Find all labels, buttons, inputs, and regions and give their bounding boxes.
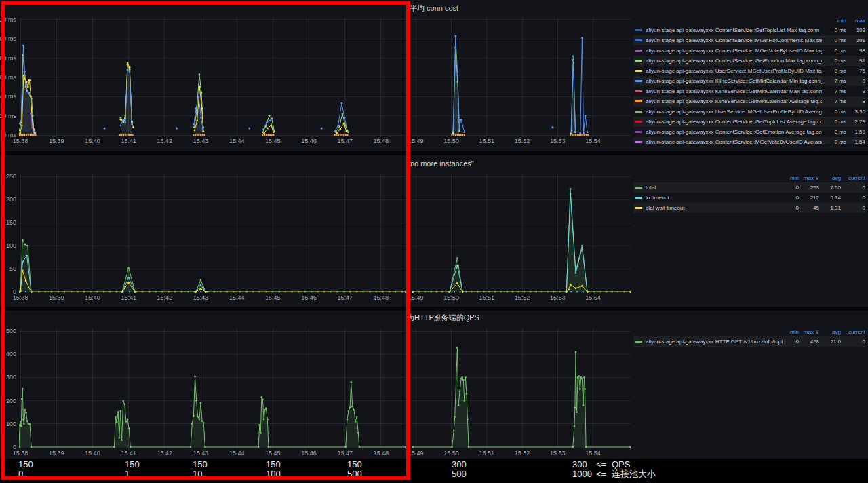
legend-sort-header[interactable]: max ∨ xyxy=(799,329,819,335)
series-color-swatch-icon xyxy=(635,121,642,123)
no-more-instances-legend: minmax ∨avgcurrenttotal02237.050io timeo… xyxy=(633,174,865,217)
x-axis-tick-label: 15:44 xyxy=(229,450,245,457)
series-label[interactable]: aliyun-stage api-gatewayxxx KlineService… xyxy=(646,78,822,84)
series-label[interactable]: aliyun-stage api-gatewayxxx KlineService… xyxy=(646,98,822,104)
legend-row[interactable]: dial wait timeout0451.310 xyxy=(633,203,865,213)
no-more-instances-chart-left[interactable] xyxy=(19,174,406,294)
series-label[interactable]: aliyun-stage api-gatewayxxx ContentServi… xyxy=(646,47,822,54)
series-color-swatch-icon xyxy=(635,50,642,52)
footer-annotation: 150 100 xyxy=(266,460,281,479)
series-stat-value: 1.54 xyxy=(846,139,865,144)
series-label[interactable]: aliyun-stage api-gatewayxxx ContentServi… xyxy=(646,58,822,64)
series-stat-value: 0 xyxy=(841,185,865,191)
x-axis-tick-label: 15:50 xyxy=(443,294,459,301)
legend-row[interactable]: aliyun-stage api-gatewayxxx ContentServi… xyxy=(633,127,865,137)
legend-row[interactable]: total02237.050 xyxy=(633,182,865,193)
footer-annotation: 150 0 xyxy=(18,460,33,479)
y-axis-tick-label: 50 xyxy=(9,265,16,272)
legend-sort-header[interactable]: min xyxy=(822,18,846,24)
legend-sort-header[interactable]: max ∨ xyxy=(799,175,819,181)
legend-row[interactable]: aliyun-stage api-gatewayxxx ContentServi… xyxy=(633,137,865,144)
x-axis-tick-label: 15:38 xyxy=(13,294,28,301)
footer-annotation: <= <= xyxy=(596,460,606,479)
y-axis-tick-label: 0 ms xyxy=(3,132,16,138)
http-qps-chart-left[interactable] xyxy=(19,328,406,448)
series-label[interactable]: total xyxy=(646,185,783,191)
y-axis-tick-label: 100 xyxy=(6,421,16,427)
series-color-swatch-icon xyxy=(635,197,642,199)
series-label[interactable]: aliyun-stage api-gatewayxxx ContentServi… xyxy=(646,119,822,125)
legend-row[interactable]: aliyun-stage api-gatewayxxx ContentServi… xyxy=(633,25,865,35)
series-label[interactable]: io timeout xyxy=(646,195,783,201)
legend-sort-header[interactable]: min xyxy=(783,175,799,181)
series-stat-value: 0 ms xyxy=(822,58,846,64)
footer-annotation: 150 1 xyxy=(125,460,140,479)
y-axis-tick-label: 0 xyxy=(13,444,16,450)
legend-row[interactable]: aliyun-stage api-gatewayxxx ContentServi… xyxy=(633,117,865,127)
y-axis-tick-label: 150 xyxy=(6,219,16,226)
legend-sort-header[interactable]: current xyxy=(841,329,865,335)
panel-title-http-qps[interactable]: 为HTTP服务端的QPS xyxy=(407,313,479,323)
series-color-swatch-icon xyxy=(635,187,642,189)
series-label[interactable]: aliyun-stage api-gatewayxxx HTTP GET /v1… xyxy=(646,339,783,345)
series-label[interactable]: aliyun-stage api-gatewayxxx ContentServi… xyxy=(646,129,822,135)
x-axis-tick-label: 15:39 xyxy=(49,294,64,301)
x-axis-tick-label: 15:40 xyxy=(85,450,100,457)
x-axis-tick-label: 15:45 xyxy=(265,138,281,144)
x-axis-tick-label: 15:49 xyxy=(408,138,424,144)
footer-annotation: 300 1000 xyxy=(572,460,592,479)
series-label[interactable]: aliyun-stage api-gatewayxxx KlineService… xyxy=(646,88,822,94)
legend-row[interactable]: aliyun-stage api-gatewayxxx KlineService… xyxy=(633,96,865,107)
legend-sort-header[interactable]: current xyxy=(841,175,865,181)
series-stat-value: 0 xyxy=(783,185,799,191)
legend-row[interactable]: aliyun-stage api-gatewayxxx ContentServi… xyxy=(633,35,865,45)
series-color-swatch-icon xyxy=(635,60,642,62)
legend-row[interactable]: io timeout02125.740 xyxy=(633,193,865,203)
x-axis-tick-label: 15:45 xyxy=(265,294,281,301)
series-label[interactable]: dial wait timeout xyxy=(646,205,783,211)
panel-title-conn-cost[interactable]: 平均 conn cost xyxy=(410,3,458,14)
legend-sort-header[interactable]: avg xyxy=(819,175,841,181)
x-axis-tick-label: 15:52 xyxy=(515,138,530,144)
series-stat-value: 103 xyxy=(846,27,865,33)
series-label[interactable]: aliyun-stage api-gatewayxxx ContentServi… xyxy=(646,37,822,43)
conn-cost-legend: minmaxaliyun-stage api-gatewayxxx Conten… xyxy=(633,16,865,144)
series-stat-value: 0 xyxy=(783,339,799,345)
x-axis-tick-label: 15:38 xyxy=(13,138,28,144)
conn-cost-chart-right[interactable] xyxy=(412,18,631,137)
legend-row[interactable]: aliyun-stage api-gatewayxxx HTTP GET /v1… xyxy=(633,336,865,347)
series-stat-value: 0 xyxy=(783,205,799,211)
series-color-swatch-icon xyxy=(635,39,642,41)
series-stat-value: 7 ms xyxy=(822,88,846,94)
series-stat-value: 45 xyxy=(799,205,819,211)
series-label[interactable]: aliyun-stage api-gatewayxxx UserService:… xyxy=(646,109,822,115)
series-label[interactable]: aliyun-stage api-gatewayxxx ContentServi… xyxy=(646,139,822,144)
y-axis-tick-label: 100 xyxy=(6,242,16,249)
legend-sort-header[interactable]: avg xyxy=(819,329,841,335)
x-axis-tick-label: 15:44 xyxy=(229,294,245,301)
series-stat-value: 0 ms xyxy=(822,68,846,74)
y-axis-tick-label: 0 xyxy=(13,288,16,295)
legend-sort-header[interactable]: max xyxy=(846,18,865,24)
y-axis-tick-label: 60 ms xyxy=(0,74,16,81)
series-label[interactable]: aliyun-stage api-gatewayxxx ContentServi… xyxy=(646,27,822,33)
legend-row[interactable]: aliyun-stage api-gatewayxxx KlineService… xyxy=(633,76,865,86)
http-qps-chart-right[interactable] xyxy=(412,328,631,448)
legend-row[interactable]: aliyun-stage api-gatewayxxx KlineService… xyxy=(633,86,865,96)
series-stat-value: 21.0 xyxy=(819,339,841,345)
legend-row[interactable]: aliyun-stage api-gatewayxxx ContentServi… xyxy=(633,56,865,66)
series-stat-value: 101 xyxy=(846,37,865,43)
panel-title-no-more-instances[interactable]: "no more instances" xyxy=(408,159,474,168)
no-more-instances-chart-right[interactable] xyxy=(412,174,631,294)
x-axis-tick-label: 15:38 xyxy=(13,450,28,457)
series-stat-value: 0 xyxy=(783,195,799,201)
legend-row[interactable]: aliyun-stage api-gatewayxxx UserService:… xyxy=(633,107,865,117)
x-axis-tick-label: 15:50 xyxy=(443,138,459,144)
legend-row[interactable]: aliyun-stage api-gatewayxxx ContentServi… xyxy=(633,45,865,56)
conn-cost-chart-left[interactable] xyxy=(19,18,406,137)
series-label[interactable]: aliyun-stage api-gatewayxxx UserService:… xyxy=(646,68,822,74)
series-color-swatch-icon xyxy=(635,111,642,113)
legend-row[interactable]: aliyun-stage api-gatewayxxx UserService:… xyxy=(633,66,865,76)
x-axis-tick-label: 15:39 xyxy=(49,138,64,144)
legend-sort-header[interactable]: min xyxy=(783,329,799,335)
